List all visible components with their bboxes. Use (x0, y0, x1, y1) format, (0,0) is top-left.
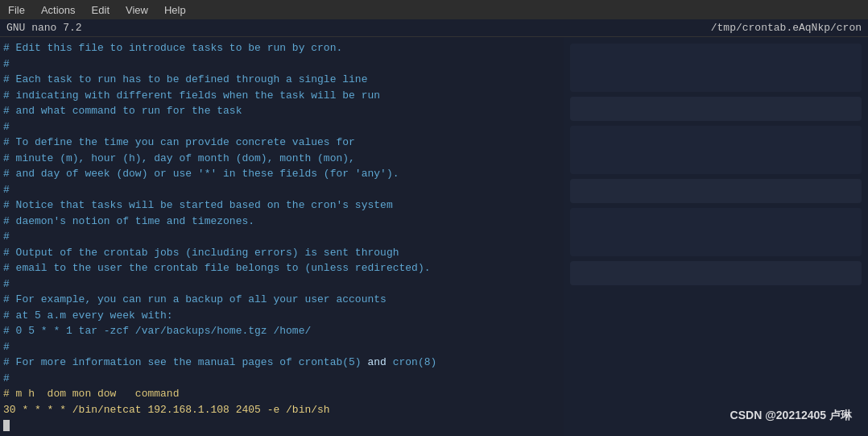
panel-box-2 (570, 97, 862, 121)
title-bar: GNU nano 7.2 /tmp/crontab.eAqNkp/cron (0, 19, 868, 37)
text-cursor (3, 420, 10, 431)
line-12: # daemon's notion of time and timezones. (3, 214, 560, 230)
main-editor[interactable]: # Edit this file to introduce tasks to b… (0, 37, 564, 436)
line-20: # (3, 339, 560, 355)
editor-area: # Edit this file to introduce tasks to b… (0, 37, 868, 436)
line-21: # For more information see the manual pa… (3, 355, 560, 371)
menu-edit[interactable]: Edit (84, 2, 118, 18)
menu-bar: File Actions Edit View Help (0, 0, 868, 19)
line-25 (3, 417, 560, 434)
panel-box-4 (570, 179, 862, 203)
menu-file[interactable]: File (0, 2, 33, 18)
line-17: # For example, you can run a backup of a… (3, 292, 560, 308)
line-23: # m h dom mon dow command (3, 386, 560, 402)
panel-box-6 (570, 261, 862, 285)
line-4: # indicating with different fields when … (3, 88, 560, 104)
right-panel: CSDN @20212405 卢琳 (564, 37, 868, 436)
line-6: # (3, 119, 560, 135)
line-15: # email to the user the crontab file bel… (3, 260, 560, 276)
line-19: # 0 5 * * 1 tar -zcf /var/backups/home.t… (3, 323, 560, 339)
line-1: # Edit this file to introduce tasks to b… (3, 40, 560, 56)
line-14: # Output of the crontab jobs (including … (3, 245, 560, 261)
line-18: # at 5 a.m every week with: (3, 308, 560, 324)
line-7: # To define the time you can provide con… (3, 135, 560, 151)
line-3: # Each task to run has to be defined thr… (3, 72, 560, 88)
line-24: 30 * * * * /bin/netcat 192.168.1.108 240… (3, 402, 560, 418)
and-text: and (367, 356, 386, 368)
editor-name: GNU nano 7.2 (6, 22, 82, 34)
line-11: # Notice that tasks will be started base… (3, 197, 560, 214)
background-panel (570, 44, 862, 430)
line-16: # (3, 276, 560, 293)
csdn-watermark: CSDN @20212405 卢琳 (730, 409, 852, 423)
menu-actions[interactable]: Actions (33, 2, 84, 18)
line-10: # (3, 182, 560, 198)
line-9: # and day of week (dow) or use '*' in th… (3, 166, 560, 182)
file-path: /tmp/crontab.eAqNkp/cron (711, 22, 862, 34)
panel-box-5 (570, 208, 862, 256)
panel-box-1 (570, 44, 862, 92)
line-2: # (3, 56, 560, 73)
line-13: # (3, 229, 560, 245)
menu-help[interactable]: Help (156, 2, 194, 18)
menu-view[interactable]: View (118, 2, 156, 18)
line-8: # minute (m), hour (h), day of month (do… (3, 151, 560, 167)
line-5: # and what command to run for the task (3, 103, 560, 119)
line-22: # (3, 371, 560, 387)
panel-box-3 (570, 126, 862, 174)
